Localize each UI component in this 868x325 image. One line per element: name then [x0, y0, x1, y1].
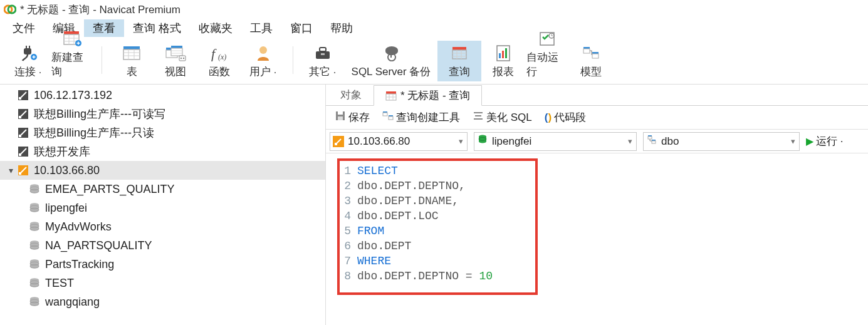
other-label: 其它	[309, 64, 330, 79]
code-content: dbo.DEPT	[357, 239, 411, 254]
plug-icon	[18, 42, 39, 64]
svg-rect-90	[338, 116, 343, 120]
other-button[interactable]: 其它 ·	[301, 41, 345, 81]
line-number: 7	[343, 254, 357, 269]
new-query-button[interactable]: 新建查询	[50, 26, 94, 81]
new-query-icon	[61, 28, 83, 50]
query-builder-button[interactable]: 查询创建工具	[377, 109, 465, 126]
user-icon	[254, 42, 272, 64]
table-icon	[122, 42, 142, 64]
svg-rect-41	[499, 53, 501, 58]
database-icon	[28, 182, 41, 196]
menu-item[interactable]: 收藏夹	[190, 19, 241, 37]
report-button[interactable]: 报表	[481, 41, 525, 81]
connection-active-icon	[16, 163, 30, 177]
save-icon	[335, 110, 346, 125]
report-icon	[494, 42, 512, 64]
svg-rect-94	[389, 116, 393, 120]
query-icon	[450, 42, 469, 64]
svg-rect-43	[505, 48, 507, 58]
backup-button[interactable]: SQL Server 备份	[345, 41, 437, 81]
code-line: 2dbo.DEPT.DEPTNO,	[343, 178, 529, 193]
autorun-icon	[538, 28, 557, 50]
query-button[interactable]: 查询	[437, 41, 481, 81]
database-icon	[28, 220, 41, 234]
database-item[interactable]: wangqiang	[0, 292, 325, 311]
caret-down-icon[interactable]: ▾	[5, 165, 16, 175]
model-icon	[582, 42, 600, 64]
save-button[interactable]: 保存	[330, 109, 375, 126]
toolbox-icon	[313, 42, 332, 64]
tab-objects-label: 对象	[340, 89, 362, 101]
svg-point-27	[183, 58, 184, 59]
user-button[interactable]: 用户 ·	[241, 41, 285, 81]
database-item[interactable]: NA_PARTSQUALITY	[0, 236, 325, 255]
connection-item[interactable]: 联想Billing生产库---可读写	[0, 105, 325, 123]
database-icon	[28, 239, 41, 252]
chevron-down-icon: ▾	[791, 137, 795, 146]
run-button[interactable]: ▶ 运行 ·	[806, 134, 843, 148]
query-label: 查询	[449, 64, 470, 79]
connections-sidebar[interactable]: 106.12.173.192联想Billing生产库---可读写联想Billin…	[0, 85, 326, 325]
database-selector-value: lipengfei	[492, 135, 531, 148]
connection-item[interactable]: 联想开发库	[0, 142, 325, 161]
connection-item[interactable]: 106.12.173.192	[0, 86, 325, 105]
connect-button[interactable]: 连接 ·	[6, 41, 50, 81]
line-number: 2	[343, 178, 357, 193]
dropdown-indicator-icon: ·	[333, 66, 336, 78]
document-tabs: 对象 * 无标题 - 查询	[326, 85, 868, 106]
run-label: 运行 ·	[816, 134, 843, 148]
connection-icon	[16, 107, 30, 121]
line-number: 8	[343, 269, 357, 284]
connect-label: 连接	[14, 64, 36, 79]
connection-badge-icon	[333, 136, 344, 147]
titlebar: * 无标题 - 查询 - Navicat Premium	[0, 0, 868, 19]
schema-icon	[646, 134, 657, 148]
database-item[interactable]: TEST	[0, 274, 325, 292]
connection-label: 联想Billing生产库---只读	[34, 125, 154, 140]
connection-selector[interactable]: 10.103.66.80 ▾	[330, 132, 468, 151]
menu-item[interactable]: 查询 格式	[124, 19, 190, 37]
database-item[interactable]: lipengfei	[0, 199, 325, 217]
autorun-button[interactable]: 自动运行	[525, 26, 569, 81]
snippet-button[interactable]: () 代码段	[540, 109, 591, 126]
database-item[interactable]: EMEA_PARTS_QUALITY	[0, 180, 325, 199]
tab-active-query[interactable]: * 无标题 - 查询	[374, 85, 482, 106]
connection-item[interactable]: 联想Billing生产库---只读	[0, 123, 325, 142]
svg-rect-14	[123, 49, 140, 59]
schema-selector[interactable]: dbo ▾	[643, 132, 800, 151]
database-label: NA_PARTSQUALITY	[45, 239, 152, 252]
connection-item-active[interactable]: ▾10.103.66.80	[0, 161, 325, 180]
database-selector[interactable]: lipengfei ▾	[474, 132, 637, 151]
toolbar-separator	[293, 46, 293, 74]
connection-selector-value: 10.103.66.80	[348, 135, 410, 148]
tab-active-query-label: * 无标题 - 查询	[400, 88, 470, 103]
function-button[interactable]: f (x) 函数	[197, 41, 241, 81]
builder-label: 查询创建工具	[396, 110, 460, 125]
line-number: 1	[343, 163, 357, 178]
code-content: dbo.DEPT.LOC	[357, 209, 439, 224]
database-item[interactable]: MyAdvWorks	[0, 217, 325, 236]
play-icon: ▶	[806, 135, 813, 147]
database-item[interactable]: PartsTracking	[0, 255, 325, 274]
svg-text:f: f	[211, 46, 217, 61]
code-content: dbo.DEPT.DEPTNO = 10	[357, 269, 493, 284]
beautify-button[interactable]: 美化 SQL	[468, 109, 537, 126]
view-button[interactable]: 视图	[154, 41, 197, 81]
model-button[interactable]: 模型	[569, 41, 613, 81]
svg-rect-83	[386, 91, 396, 94]
svg-rect-55	[19, 116, 21, 118]
svg-point-26	[180, 58, 182, 59]
chevron-down-icon: ▾	[628, 137, 632, 146]
code-line: 5FROM	[343, 224, 529, 239]
dropdown-indicator-icon: ·	[273, 66, 276, 78]
menu-item[interactable]: 工具	[241, 19, 281, 37]
code-line: 4dbo.DEPT.LOC	[343, 209, 529, 224]
database-label: wangqiang	[45, 296, 100, 309]
tab-objects[interactable]: 对象	[328, 85, 374, 105]
svg-rect-22	[171, 48, 182, 56]
sql-editor[interactable]: 1SELECT2dbo.DEPT.DEPTNO,3dbo.DEPT.DNAME,…	[337, 158, 538, 295]
main-toolbar: 连接 · 新建查询	[0, 38, 868, 85]
table-button[interactable]: 表	[110, 41, 154, 81]
svg-rect-49	[583, 49, 590, 53]
